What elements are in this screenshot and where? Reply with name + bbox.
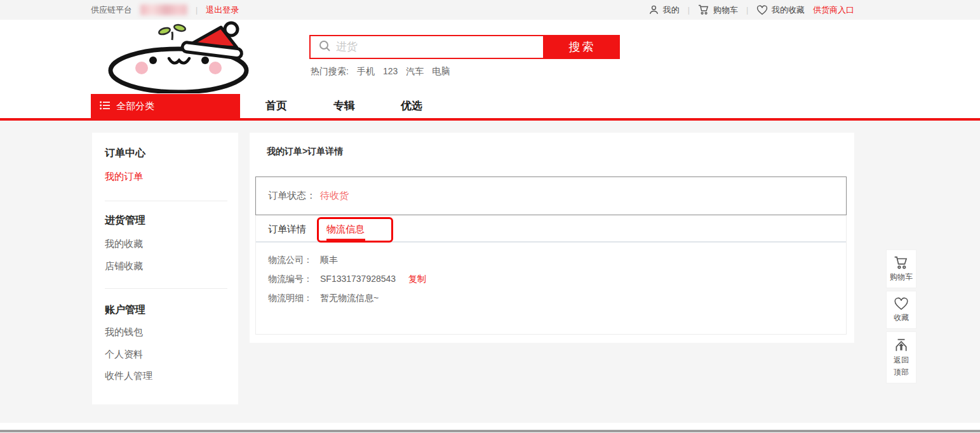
logistics-detail-label: 物流明细：	[268, 293, 320, 304]
logistics-company-value: 顺丰	[320, 255, 338, 266]
logistics-number-value: SF1331737928543	[320, 274, 396, 285]
sidebar-item-my-wallet[interactable]: 我的钱包	[105, 326, 143, 338]
all-categories-label: 全部分类	[116, 100, 154, 112]
logistics-company-row: 物流公司： 顺丰	[268, 255, 338, 266]
hot-search-label: 热门搜索:	[311, 66, 349, 77]
hot-search-item[interactable]: 电脑	[432, 66, 450, 77]
float-favorite-button[interactable]: 收藏	[886, 291, 916, 329]
person-icon	[648, 4, 659, 15]
float-favorite-label: 收藏	[894, 312, 909, 323]
logistics-number-label: 物流编号：	[268, 274, 320, 285]
search-icon	[319, 40, 331, 55]
cart-link[interactable]: 购物车	[698, 4, 738, 16]
topbar-right: 我的 | 购物车 | 我的收藏 供货商入口	[648, 0, 854, 20]
heart-icon	[756, 5, 768, 15]
sidebar-item-recipient-mgmt[interactable]: 收件人管理	[105, 370, 152, 382]
site-logo[interactable]	[108, 21, 251, 93]
search-button[interactable]: 搜索	[544, 35, 620, 59]
order-tabs-box: 订单详情 物流信息 物流公司： 顺丰 物流编号： SF1331737928543…	[255, 215, 847, 335]
topbar-divider: |	[196, 6, 198, 15]
back-to-top-button[interactable]: 返回 顶部	[886, 331, 916, 383]
search-bar: 搜索	[309, 35, 620, 59]
category-list-icon	[100, 101, 110, 112]
sidebar-section-purchase-mgmt: 进货管理	[105, 214, 145, 227]
nav-item-home[interactable]: 首页	[265, 94, 287, 118]
nav-item-album[interactable]: 专辑	[333, 94, 355, 118]
sidebar-section-account-mgmt: 账户管理	[105, 303, 145, 317]
hot-search-item[interactable]: 手机	[357, 66, 375, 77]
sidebar-section-order-center: 订单中心	[105, 147, 145, 160]
order-status-value: 待收货	[320, 190, 349, 202]
back-to-top-label-1: 返回	[894, 355, 909, 365]
topbar-divider: |	[688, 6, 690, 15]
sidebar-item-my-orders[interactable]: 我的订单	[105, 171, 143, 183]
account-sidebar: 订单中心 我的订单 进货管理 我的收藏 店铺收藏 账户管理 我的钱包 个人资料 …	[92, 133, 238, 404]
sidebar-item-shop-favorites[interactable]: 店铺收藏	[105, 260, 143, 272]
horizontal-scrollbar[interactable]	[0, 430, 980, 432]
nav-item-preferred[interactable]: 优选	[401, 94, 422, 118]
cart-icon	[894, 256, 909, 270]
heart-icon	[894, 297, 909, 310]
topbar-divider: |	[746, 6, 748, 15]
logout-link[interactable]: 退出登录	[206, 4, 239, 16]
sidebar-item-my-favorites[interactable]: 我的收藏	[105, 238, 143, 250]
hot-search-item[interactable]: 123	[383, 66, 398, 77]
back-to-top-icon	[894, 338, 909, 353]
search-input[interactable]	[336, 41, 543, 53]
username-blurred	[140, 4, 187, 15]
all-categories-button[interactable]: 全部分类	[91, 94, 240, 118]
hot-search-item[interactable]: 汽车	[406, 66, 424, 77]
back-to-top-label-2: 顶部	[894, 367, 909, 377]
supplier-entry-link[interactable]: 供货商入口	[813, 4, 854, 16]
logistics-number-row: 物流编号： SF1331737928543 复制	[268, 274, 426, 285]
sidebar-divider	[105, 288, 227, 289]
hot-search-row: 热门搜索: 手机 123 汽车 电脑	[311, 66, 450, 77]
favorites-link[interactable]: 我的收藏	[756, 4, 805, 16]
logistics-detail-row: 物流明细： 暂无物流信息~	[268, 293, 379, 304]
float-cart-label: 购物车	[890, 272, 913, 282]
logistics-detail-value: 暂无物流信息~	[320, 293, 379, 304]
order-detail-panel: 我的订单>订单详情 订单状态： 待收货 订单详情 物流信息 物流公司： 顺丰 物…	[250, 133, 854, 343]
logistics-company-label: 物流公司：	[268, 255, 320, 266]
float-cart-button[interactable]: 购物车	[886, 250, 916, 288]
sidebar-divider	[105, 201, 227, 201]
order-status-label: 订单状态：	[268, 190, 316, 202]
copy-button[interactable]: 复制	[408, 274, 426, 285]
sidebar-item-profile[interactable]: 个人资料	[105, 349, 143, 361]
floating-toolbar: 购物车 收藏 返回 顶部	[886, 250, 916, 383]
tab-order-detail[interactable]: 订单详情	[268, 215, 306, 243]
topbar: 供应链平台 | 退出登录 我的 | 购物车 |	[0, 0, 980, 20]
order-status-box: 订单状态： 待收货	[255, 177, 847, 215]
active-tab-underline	[326, 239, 365, 241]
brand-title: 供应链平台	[91, 4, 132, 16]
search-box	[309, 35, 544, 59]
main-nav: 全部分类 首页 专辑 优选	[0, 94, 980, 118]
tab-row: 订单详情 物流信息	[256, 215, 846, 243]
cart-icon	[698, 4, 709, 15]
my-account-link[interactable]: 我的	[648, 4, 680, 16]
breadcrumb: 我的订单>订单详情	[267, 146, 343, 157]
topbar-left: 供应链平台 | 退出登录	[91, 0, 239, 20]
